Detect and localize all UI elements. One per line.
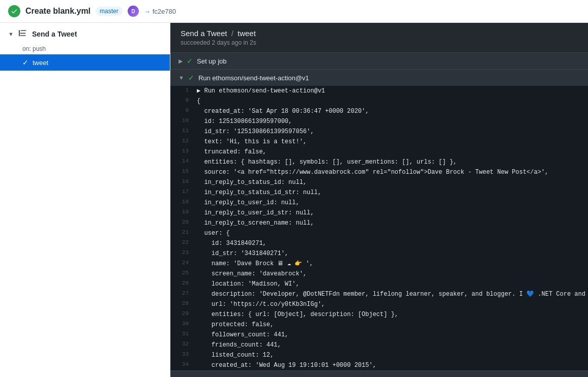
- log-line: 24 name: 'Dave Brock 🖥 ☁ 👉 ',: [170, 259, 588, 269]
- breadcrumb-separator: /: [231, 29, 233, 38]
- line-number: 19: [179, 208, 197, 215]
- log-line: 10 id: 1251308661399597000,: [170, 116, 588, 127]
- line-number: 10: [179, 117, 197, 123]
- line-number: 12: [179, 137, 197, 144]
- line-number: 33: [179, 351, 197, 357]
- log-line: 15 source: '<a href="https://www.daveabr…: [170, 167, 588, 177]
- line-number: 29: [179, 310, 197, 317]
- setup-chevron-icon: [179, 58, 183, 65]
- line-number: 15: [179, 168, 197, 174]
- line-number: 17: [179, 188, 197, 195]
- log-line: 29 entities: { url: [Object], descriptio…: [170, 309, 588, 320]
- log-line: 16 in_reply_to_status_id: null,: [170, 177, 588, 187]
- line-content: entities: { url: [Object], description: …: [197, 310, 580, 319]
- line-number: 13: [179, 147, 197, 154]
- line-content: protected: false,: [197, 320, 580, 329]
- log-line: 34 created_at: 'Wed Aug 19 19:10:01 +000…: [170, 360, 588, 370]
- line-content: id: 3431840271,: [197, 239, 580, 248]
- page-title: Create blank.yml: [25, 7, 91, 16]
- log-line: 9 created_at: 'Sat Apr 18 00:36:47 +0000…: [170, 106, 588, 116]
- line-number: 28: [179, 300, 197, 306]
- log-section-setup: Set up job: [170, 53, 588, 70]
- log-line: 32 friends_count: 441,: [170, 340, 588, 350]
- line-content[interactable]: ▶ Run ethomson/send-tweet-action@v1: [197, 86, 580, 96]
- avatar: D: [128, 6, 139, 17]
- step-check-icon: ✓: [22, 58, 28, 67]
- content-title: Send a Tweet / tweet: [181, 29, 578, 38]
- line-content: created_at: 'Wed Aug 19 19:10:01 +0000 2…: [197, 361, 580, 370]
- complete-job-check-icon: [188, 375, 194, 377]
- line-content: entities: { hashtags: [], symbols: [], u…: [197, 158, 580, 167]
- run-action-section-header[interactable]: Run ethomson/send-tweet-action@v1: [170, 70, 588, 86]
- log-section-run-action: Run ethomson/send-tweet-action@v1 1▶ Run…: [170, 70, 588, 371]
- breadcrumb-job: Send a Tweet: [181, 29, 227, 38]
- sidebar-step-tweet[interactable]: ✓ tweet: [0, 54, 170, 71]
- line-number: 24: [179, 259, 197, 266]
- workflow-icon: [18, 29, 28, 39]
- log-line: 13 truncated: false,: [170, 147, 588, 157]
- log-line: 27 description: 'Developer, @DotNETFdn m…: [170, 289, 588, 299]
- line-content: in_reply_to_status_id: null,: [197, 178, 580, 187]
- main-layout: ▼ Send a Tweet on: push ✓ tweet Send a T…: [0, 23, 588, 377]
- breadcrumb-step: tweet: [238, 29, 256, 38]
- log-line: 12 text: 'Hi, this is a test!',: [170, 137, 588, 147]
- line-number: 14: [179, 158, 197, 164]
- line-number: 20: [179, 218, 197, 225]
- job-group: ▼ Send a Tweet on: push ✓ tweet: [0, 23, 170, 71]
- content-subtitle: succeeded 2 days ago in 2s: [181, 39, 578, 46]
- line-number: 31: [179, 330, 197, 337]
- log-line: 21 user: {: [170, 228, 588, 238]
- complete-job-label: Complete job: [198, 375, 238, 378]
- log-line: 20 in_reply_to_screen_name: null,: [170, 218, 588, 228]
- job-header[interactable]: ▼ Send a Tweet: [0, 23, 170, 45]
- setup-section-title: Set up job: [197, 57, 227, 65]
- log-line: 1▶ Run ethomson/send-tweet-action@v1: [170, 86, 588, 96]
- line-content: url: 'https://t.co/y0tKb3nIGg',: [197, 300, 580, 309]
- success-icon: [8, 5, 20, 17]
- log-line: 28 url: 'https://t.co/y0tKb3nIGg',: [170, 299, 588, 309]
- line-content: text: 'Hi, this is a test!',: [197, 137, 580, 146]
- commit-hash: fc2e780: [153, 8, 176, 15]
- log-line: 33 listed_count: 12,: [170, 350, 588, 360]
- log-container[interactable]: Set up job Run ethomson/send-tweet-actio…: [170, 53, 588, 377]
- top-bar: Create blank.yml master D → fc2e780: [0, 0, 588, 23]
- complete-job-section[interactable]: Complete job: [170, 371, 588, 377]
- line-content: in_reply_to_user_id_str: null,: [197, 208, 580, 217]
- line-number: 1: [179, 86, 197, 93]
- line-content: {: [197, 97, 580, 106]
- line-number: 22: [179, 239, 197, 245]
- log-line: 30 protected: false,: [170, 320, 588, 330]
- log-line: 22 id: 3431840271,: [170, 238, 588, 248]
- job-name: Send a Tweet: [32, 30, 77, 38]
- line-content: in_reply_to_status_id_str: null,: [197, 188, 580, 197]
- commit-info: → fc2e780: [144, 8, 176, 15]
- line-content: followers_count: 441,: [197, 330, 580, 339]
- line-number: 21: [179, 229, 197, 235]
- line-number: 26: [179, 279, 197, 286]
- log-line: 11 id_str: '1251308661399597056',: [170, 127, 588, 137]
- log-line: 23 id_str: '3431840271',: [170, 248, 588, 259]
- setup-check-icon: [187, 57, 193, 65]
- line-number: 16: [179, 178, 197, 184]
- line-content: truncated: false,: [197, 147, 580, 156]
- line-number: 25: [179, 269, 197, 276]
- branch-badge[interactable]: master: [96, 7, 123, 16]
- log-line: 31 followers_count: 441,: [170, 330, 588, 340]
- line-number: 8: [179, 97, 197, 103]
- line-content: listed_count: 12,: [197, 351, 580, 360]
- line-content: description: 'Developer, @DotNETFdn memb…: [197, 290, 588, 299]
- log-line: 25 screen_name: 'daveabrock',: [170, 269, 588, 279]
- line-number: 9: [179, 107, 197, 113]
- log-line: 14 entities: { hashtags: [], symbols: []…: [170, 157, 588, 167]
- content-header: Send a Tweet / tweet succeeded 2 days ag…: [170, 23, 588, 53]
- line-number: 11: [179, 127, 197, 134]
- job-trigger: on: push: [0, 45, 170, 54]
- line-number: 30: [179, 320, 197, 327]
- log-line: 26 location: 'Madison, WI',: [170, 279, 588, 289]
- commit-arrow-icon: →: [144, 8, 151, 15]
- setup-section-header[interactable]: Set up job: [170, 53, 588, 69]
- line-content: source: '<a href="https://www.daveabrock…: [197, 168, 580, 177]
- line-number: 32: [179, 340, 197, 347]
- line-content: name: 'Dave Brock 🖥 ☁ 👉 ',: [197, 259, 580, 268]
- line-content: friends_count: 441,: [197, 340, 580, 350]
